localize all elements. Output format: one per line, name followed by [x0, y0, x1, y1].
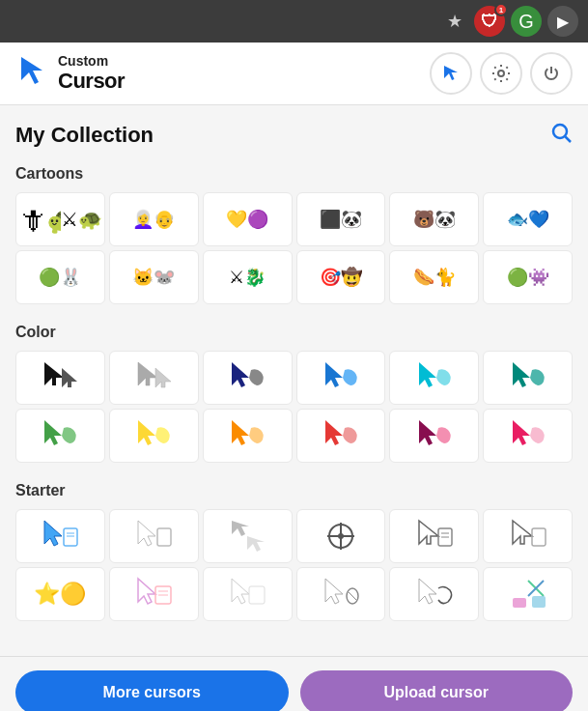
list-item[interactable]	[109, 351, 199, 405]
cartoons-title: Cartoons	[15, 165, 573, 183]
app-header: Custom Cursor	[0, 43, 588, 105]
svg-marker-26	[247, 536, 265, 552]
svg-marker-8	[155, 368, 171, 387]
list-item[interactable]	[483, 509, 573, 563]
list-item[interactable]: 👩‍🦳👴	[109, 192, 199, 246]
starter-grid-row1	[15, 509, 573, 563]
svg-rect-24	[157, 528, 171, 546]
list-item[interactable]	[109, 409, 199, 463]
list-item[interactable]	[203, 509, 293, 563]
list-item[interactable]: 🌭🐈	[389, 250, 479, 304]
list-item[interactable]	[389, 509, 479, 563]
list-item[interactable]	[203, 409, 293, 463]
list-item[interactable]	[203, 351, 293, 405]
svg-marker-12	[513, 362, 530, 387]
list-item[interactable]	[483, 409, 573, 463]
svg-rect-42	[249, 586, 265, 604]
svg-rect-50	[513, 598, 526, 608]
svg-marker-18	[513, 420, 530, 445]
list-item[interactable]	[389, 409, 479, 463]
svg-marker-13	[44, 420, 62, 445]
list-item[interactable]: 🐻🐼	[389, 192, 479, 246]
list-item[interactable]: ⭐🟡	[15, 567, 105, 621]
bottom-bar: More cursors Upload cursor	[0, 656, 588, 711]
page-title: My Collection	[15, 123, 154, 148]
upload-cursor-button[interactable]: Upload cursor	[300, 670, 574, 711]
starter-title: Starter	[15, 482, 573, 499]
bookmark-icon[interactable]: ★	[441, 8, 468, 35]
list-item[interactable]	[483, 351, 573, 405]
category-cartoons: Cartoons ⚔🐢 👩‍🦳👴 💛🟣 ⬛🐼 🐻🐼 🐟💙 🟢🐰 🐱🐭 ⚔🐉 🎯🤠…	[15, 165, 573, 304]
svg-marker-35	[513, 521, 532, 544]
svg-line-4	[566, 137, 572, 143]
svg-point-2	[498, 71, 504, 76]
svg-marker-9	[232, 362, 249, 387]
svg-point-3	[553, 125, 567, 138]
extension-2-icon[interactable]: G	[511, 6, 542, 37]
list-item[interactable]: ⚔🐉	[203, 250, 293, 304]
svg-marker-41	[232, 579, 249, 604]
list-item[interactable]: 🐟💙	[483, 192, 573, 246]
ext-badge: 1	[494, 3, 508, 16]
logo-cursor-text: Cursor	[58, 70, 125, 93]
svg-marker-5	[44, 362, 64, 385]
list-item[interactable]	[15, 351, 105, 405]
svg-marker-16	[325, 420, 343, 445]
logo-icon	[15, 53, 50, 95]
list-item[interactable]: 🐱🐭	[109, 250, 199, 304]
list-item[interactable]: ⬛🐼	[296, 192, 386, 246]
logo-area: Custom Cursor	[15, 53, 125, 95]
search-button[interactable]	[549, 121, 573, 150]
cursor-button[interactable]	[430, 52, 472, 95]
category-starter: Starter	[15, 482, 573, 621]
list-item[interactable]: 🎯🤠	[296, 250, 386, 304]
svg-marker-23	[138, 521, 155, 546]
svg-rect-49	[532, 596, 546, 608]
cartoons-grid-row2: 🟢🐰 🐱🐭 ⚔🐉 🎯🤠 🌭🐈 🟢👾	[15, 250, 573, 304]
list-item[interactable]	[296, 509, 386, 563]
svg-marker-15	[232, 420, 249, 445]
list-item[interactable]	[15, 409, 105, 463]
svg-marker-31	[419, 521, 438, 544]
svg-marker-46	[419, 579, 436, 604]
list-item[interactable]: 🟢👾	[483, 250, 573, 304]
list-item[interactable]: 💛🟣	[203, 192, 293, 246]
browser-chrome: ★ 🛡 1 G ▶	[0, 0, 588, 43]
list-item[interactable]	[389, 351, 479, 405]
svg-marker-6	[62, 368, 77, 387]
svg-marker-25	[232, 521, 249, 536]
list-item[interactable]	[109, 567, 199, 621]
more-cursors-button[interactable]: More cursors	[15, 670, 289, 711]
color-grid-row2	[15, 409, 573, 463]
extension-1-icon[interactable]: 🛡 1	[474, 6, 505, 37]
svg-marker-14	[138, 420, 155, 445]
color-title: Color	[15, 324, 573, 341]
svg-line-45	[349, 592, 356, 600]
list-item[interactable]	[203, 567, 293, 621]
svg-marker-19	[44, 521, 62, 546]
list-item[interactable]: 🟢🐰	[15, 250, 105, 304]
svg-point-30	[338, 533, 344, 539]
svg-rect-36	[532, 528, 546, 546]
list-item[interactable]	[483, 567, 573, 621]
list-item[interactable]	[296, 567, 386, 621]
list-item[interactable]	[296, 409, 386, 463]
svg-marker-11	[419, 362, 436, 387]
list-item[interactable]	[296, 351, 386, 405]
svg-marker-37	[138, 579, 155, 604]
power-button[interactable]	[530, 52, 573, 95]
list-item[interactable]	[109, 509, 199, 563]
category-color: Color	[15, 324, 573, 463]
svg-marker-43	[325, 579, 343, 604]
svg-marker-1	[444, 66, 458, 80]
extension-3-icon[interactable]: ▶	[547, 6, 578, 37]
list-item[interactable]	[389, 567, 479, 621]
svg-marker-10	[325, 362, 343, 387]
settings-button[interactable]	[480, 52, 522, 95]
list-item[interactable]: ⚔🐢	[15, 192, 105, 246]
header-actions	[430, 52, 573, 95]
list-item[interactable]	[15, 509, 105, 563]
cartoons-grid-row1: ⚔🐢 👩‍🦳👴 💛🟣 ⬛🐼 🐻🐼 🐟💙	[15, 192, 573, 246]
logo-custom-text: Custom	[58, 54, 125, 69]
logo-text: Custom Cursor	[58, 54, 125, 93]
